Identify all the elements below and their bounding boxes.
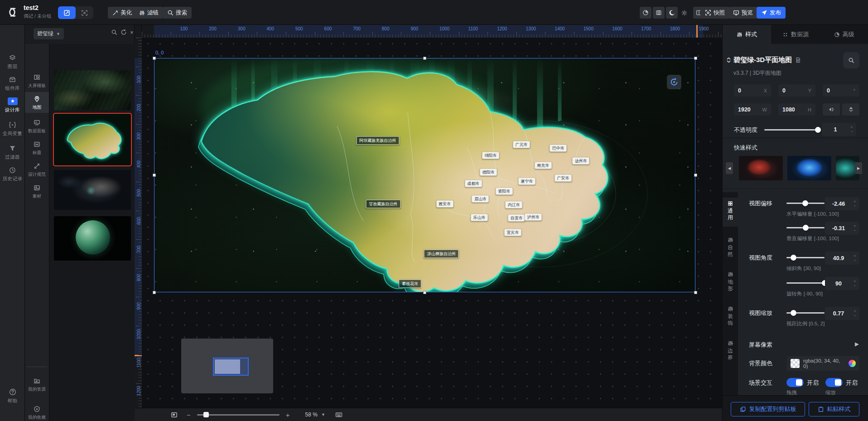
ruler-left[interactable]: 100200300400500600700800900100011001200 — [135, 38, 142, 408]
inspector-tab-datasource[interactable]: 数据源 — [771, 25, 820, 44]
map-label-眉山市[interactable]: 眉山市 — [472, 196, 489, 203]
selection-handle[interactable] — [153, 174, 156, 177]
map-label-资阳市[interactable]: 资阳市 — [496, 188, 512, 195]
filter-button[interactable]: 滤镜 — [135, 7, 163, 19]
category-screen-templates[interactable]: 大屏模板 — [25, 70, 49, 91]
style-group-general[interactable]: 通用 — [723, 198, 738, 227]
template-thumbnail-satellite-city[interactable] — [54, 70, 131, 110]
selection-handle[interactable] — [423, 291, 426, 294]
flip-horizontal-button[interactable] — [823, 103, 840, 116]
zoom-percent[interactable]: 58 % — [305, 411, 318, 418]
map-label-南充市[interactable]: 南充市 — [535, 162, 551, 169]
sidebar-item-history[interactable]: 历史记录 — [0, 165, 25, 182]
template-thumbnail-earth-globe[interactable] — [54, 216, 131, 261]
map-label-成都市[interactable]: 成都市 — [465, 180, 482, 187]
view-offset-h-value[interactable]: -2.46+− — [825, 197, 859, 210]
zoom-slider[interactable] — [197, 414, 280, 416]
position-x-input[interactable]: 0X — [734, 84, 771, 97]
view-zoom-value[interactable]: 0.77+− — [825, 307, 859, 320]
light-mode-button[interactable] — [678, 7, 690, 19]
drag-toggle[interactable] — [786, 378, 804, 387]
style-group-nature[interactable]: 自然 — [723, 234, 738, 263]
publish-button[interactable]: 发布 — [757, 7, 786, 19]
map-label-宜宾市[interactable]: 宜宾市 — [504, 229, 521, 236]
ruler-top[interactable]: 1002003004005006007008009001000110012001… — [142, 25, 722, 38]
view-offset-v-slider[interactable] — [786, 227, 825, 228]
selection-handle[interactable] — [694, 174, 697, 177]
selected-map-component[interactable]: 阿坝藏族羌族自治州甘孜藏族自治州凉山彝族自治州攀枝花市绵阳市广元市巴中市达州市南… — [154, 58, 695, 292]
view-offset-h-slider[interactable] — [786, 203, 825, 204]
inspector-tab-style[interactable]: 样式 — [723, 25, 771, 44]
selection-handle[interactable] — [423, 57, 426, 60]
map-label-阿坝藏族羌族自治州[interactable]: 阿坝藏族羌族自治州 — [356, 136, 399, 145]
map-label-绵阳市[interactable]: 绵阳市 — [482, 152, 499, 159]
minimap-toggle-icon[interactable] — [171, 411, 178, 418]
canvas[interactable]: 0, 0 — [142, 38, 722, 408]
category-titles[interactable]: 标题 — [25, 137, 49, 158]
map-label-凉山彝族自治州[interactable]: 凉山彝族自治州 — [424, 249, 459, 258]
map-label-广安市[interactable]: 广安市 — [555, 175, 571, 182]
style-group-border[interactable]: 边界 — [723, 337, 738, 366]
zoom-out-button[interactable]: − — [184, 411, 193, 419]
keyboard-shortcuts-icon[interactable] — [335, 411, 342, 418]
style-group-terrain[interactable]: 地形 — [723, 268, 738, 297]
quick-styles-next-button[interactable]: ▶ — [855, 162, 862, 174]
slider-thumb[interactable] — [803, 225, 809, 231]
preview-button[interactable]: 预览 — [728, 7, 757, 19]
style-group-decoration[interactable]: 装饰 — [723, 303, 738, 332]
map-label-内江市[interactable]: 内江市 — [506, 201, 522, 208]
minimap-artboard[interactable] — [213, 358, 249, 376]
style-series-dropdown[interactable]: 碧玺绿 ▼ — [34, 28, 64, 39]
app-logo-icon[interactable] — [5, 5, 20, 19]
map-label-遂宁市[interactable]: 遂宁市 — [518, 178, 535, 184]
map-label-甘孜藏族自治州[interactable]: 甘孜藏族自治州 — [366, 199, 400, 208]
category-my-favorites[interactable]: 我的收藏 — [25, 402, 49, 421]
map-label-泸州市[interactable]: 泸州市 — [525, 213, 542, 220]
zoom-caret-icon[interactable]: ▼ — [321, 412, 325, 417]
zoom-toggle[interactable] — [825, 378, 843, 387]
selection-handle[interactable] — [694, 57, 697, 60]
sidebar-item-design-lib[interactable]: 设计库 — [0, 97, 25, 113]
slider-thumb[interactable] — [802, 200, 808, 206]
width-input[interactable]: 1920W — [734, 103, 771, 116]
sidebar-item-help[interactable]: 帮助 — [0, 387, 25, 404]
opacity-slider[interactable] — [764, 129, 818, 131]
beautify-button[interactable]: 美化 — [108, 7, 136, 19]
sidebar-item-components[interactable]: 组件库 — [0, 75, 25, 92]
sidebar-item-global-vars[interactable]: 全局变量 — [0, 120, 25, 137]
map-label-达州市[interactable]: 达州市 — [573, 158, 589, 165]
color-wheel-icon[interactable] — [849, 360, 856, 367]
quick-style-china-red[interactable] — [739, 156, 783, 180]
quick-styles-prev-button[interactable]: ◀ — [726, 162, 733, 174]
selection-handle[interactable] — [694, 291, 697, 294]
rotation-input[interactable]: 0° — [823, 84, 859, 97]
map-label-巴中市[interactable]: 巴中市 — [550, 145, 567, 152]
opacity-value[interactable]: 1+− — [822, 123, 856, 136]
view-zoom-slider[interactable] — [786, 312, 825, 314]
refresh-icon[interactable] — [121, 29, 127, 35]
map-label-乐山市[interactable]: 乐山市 — [471, 214, 487, 221]
map-label-广元市[interactable]: 广元市 — [513, 141, 530, 148]
dark-mode-button[interactable] — [666, 7, 678, 19]
screen-pixel-expand-icon[interactable]: ▶ — [855, 341, 859, 347]
history-quick-button[interactable] — [640, 7, 651, 19]
doc-icon[interactable] — [795, 57, 801, 63]
category-design-specs[interactable]: 设计规范 — [25, 159, 49, 180]
bg-color-control[interactable]: rgba(30, 34, 40, 0) — [787, 356, 859, 371]
rotation-slider[interactable] — [786, 282, 825, 284]
search-button[interactable]: 搜索 — [163, 7, 192, 19]
category-my-resources[interactable]: 我的资源 — [25, 374, 49, 395]
map-label-自贡市[interactable]: 自贡市 — [508, 214, 525, 221]
map-label-雅安市[interactable]: 雅安市 — [436, 200, 453, 207]
slider-thumb[interactable] — [791, 255, 796, 261]
tilt-slider[interactable] — [786, 257, 825, 258]
category-maps[interactable]: 地图 — [25, 92, 49, 113]
component-swap-icon[interactable] — [725, 57, 732, 63]
view-offset-v-value[interactable]: -0.31+− — [825, 222, 859, 235]
minimap-viewport[interactable] — [215, 359, 240, 374]
component-search-button[interactable] — [843, 52, 859, 68]
panel-layout-button[interactable] — [653, 7, 665, 19]
snapshot-button[interactable]: 快照 — [700, 7, 729, 19]
close-icon[interactable]: × — [130, 29, 134, 36]
template-thumbnail-china-dark-map[interactable] — [54, 170, 131, 210]
